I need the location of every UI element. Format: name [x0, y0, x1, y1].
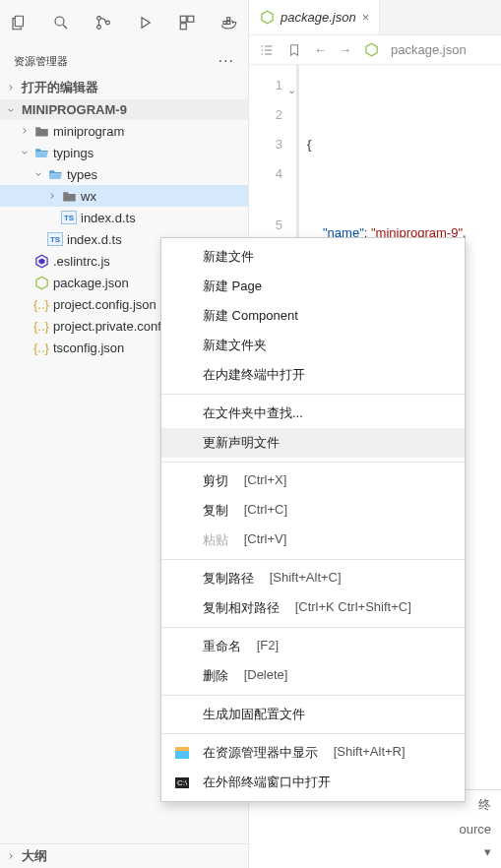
panel-source[interactable]: ource: [459, 822, 491, 837]
chevron-down-icon: [20, 148, 30, 157]
svg-rect-9: [226, 21, 229, 24]
panel-tab[interactable]: 终: [478, 796, 491, 814]
tree-folder-wx[interactable]: wx: [0, 185, 248, 207]
separator: [161, 462, 465, 463]
ctx-reveal-explorer[interactable]: 在资源管理器中显示 [Shift+Alt+R]: [161, 738, 465, 768]
more-icon[interactable]: ···: [219, 52, 234, 70]
ctx-copy-path[interactable]: 复制路径 [Shift+Alt+C]: [161, 564, 465, 593]
forward-icon[interactable]: →: [339, 42, 351, 57]
bookmark-icon[interactable]: [286, 42, 302, 58]
ctx-gen-harden[interactable]: 生成加固配置文件: [161, 700, 465, 729]
svg-marker-14: [261, 11, 272, 24]
ts-file-icon: TS: [47, 232, 63, 246]
breadcrumb: ← → package.json: [249, 35, 501, 65]
svg-point-1: [55, 17, 64, 26]
ts-file-icon: TS: [61, 211, 77, 224]
svg-point-2: [96, 16, 100, 20]
ctx-copy-rel-path[interactable]: 复制相对路径 [Ctrl+K Ctrl+Shift+C]: [161, 593, 465, 623]
chevron-right-icon: [47, 191, 57, 201]
svg-rect-8: [223, 21, 226, 24]
json-file-icon: {..}: [33, 296, 49, 312]
svg-rect-7: [180, 23, 186, 29]
svg-rect-6: [188, 16, 194, 22]
eslint-icon: [33, 253, 49, 269]
breadcrumb-file[interactable]: package.json: [391, 42, 467, 57]
ctx-copy[interactable]: 复制 [Ctrl+C]: [161, 496, 465, 526]
ctx-new-component[interactable]: 新建 Component: [161, 301, 465, 331]
separator: [161, 559, 465, 560]
ctx-cut[interactable]: 剪切 [Ctrl+X]: [161, 466, 465, 496]
svg-marker-15: [365, 43, 376, 56]
svg-marker-13: [35, 277, 46, 289]
docker-icon[interactable]: [219, 12, 240, 33]
svg-point-4: [105, 21, 109, 25]
ctx-new-folder[interactable]: 新建文件夹: [161, 331, 465, 360]
ctx-paste: 粘贴 [Ctrl+V]: [161, 526, 465, 555]
nodejs-icon: [363, 42, 379, 58]
folder-icon: [33, 123, 49, 139]
separator: [161, 394, 465, 395]
nodejs-icon: [33, 275, 49, 290]
context-menu: 新建文件 新建 Page 新建 Component 新建文件夹 在内建终端中打开…: [160, 237, 466, 802]
separator: [161, 627, 465, 628]
terminal-icon: C:\: [173, 774, 191, 791]
back-icon[interactable]: ←: [314, 42, 327, 57]
svg-marker-12: [38, 258, 44, 264]
close-icon[interactable]: ×: [362, 10, 370, 25]
tree-file-index-dts-1[interactable]: TSindex.d.ts: [0, 207, 248, 228]
debug-icon[interactable]: [134, 12, 156, 33]
search-icon[interactable]: [50, 12, 72, 33]
chevron-down-icon: [6, 105, 18, 115]
separator: [161, 733, 465, 734]
chevron-right-icon: [20, 126, 30, 136]
extensions-icon[interactable]: [176, 12, 198, 33]
ctx-rename[interactable]: 重命名 [F2]: [161, 632, 465, 661]
chevron-down-icon: [33, 169, 43, 179]
svg-rect-5: [180, 16, 186, 22]
separator: [161, 695, 465, 696]
files-icon[interactable]: [8, 12, 30, 33]
folder-open-icon: [47, 166, 63, 182]
json-file-icon: {..}: [33, 340, 49, 355]
section-project[interactable]: MINIPROGRAM-9: [0, 99, 248, 120]
tree-folder-miniprogram[interactable]: miniprogram: [0, 120, 248, 142]
ctx-open-integrated-terminal[interactable]: 在内建终端中打开: [161, 360, 465, 390]
tree-folder-types[interactable]: types: [0, 163, 248, 185]
folder-icon: [61, 188, 77, 204]
section-outline[interactable]: 大纲: [0, 843, 248, 868]
tree-folder-typings[interactable]: typings: [0, 142, 248, 163]
tab-bar: package.json ×: [249, 0, 501, 35]
svg-point-3: [96, 25, 100, 29]
ctx-update-declaration[interactable]: 更新声明文件: [161, 428, 465, 458]
dropdown-icon[interactable]: ▾: [484, 844, 491, 859]
fold-icon[interactable]: ⌄: [287, 75, 296, 104]
json-file-icon: {..}: [33, 318, 49, 334]
ctx-new-file[interactable]: 新建文件: [161, 242, 465, 272]
tab-packagejson[interactable]: package.json ×: [249, 0, 380, 34]
ctx-delete[interactable]: 删除 [Delete]: [161, 661, 465, 691]
ctx-find-in-folder[interactable]: 在文件夹中查找...: [161, 399, 465, 428]
nodejs-icon: [259, 10, 275, 26]
chevron-right-icon: [6, 851, 18, 861]
ctx-new-page[interactable]: 新建 Page: [161, 272, 465, 301]
activity-bar: [0, 0, 248, 44]
svg-rect-0: [16, 16, 24, 27]
section-open-editors[interactable]: 打开的编辑器: [0, 76, 248, 99]
ctx-external-terminal[interactable]: C:\ 在外部终端窗口中打开: [161, 768, 465, 797]
sidebar-title: 资源管理器: [14, 54, 68, 69]
chevron-right-icon: [6, 83, 18, 93]
source-control-icon[interactable]: [93, 12, 114, 33]
folder-open-icon: [33, 145, 49, 160]
file-explorer-icon: [173, 744, 191, 762]
svg-rect-10: [226, 17, 229, 20]
list-icon[interactable]: [259, 42, 275, 58]
